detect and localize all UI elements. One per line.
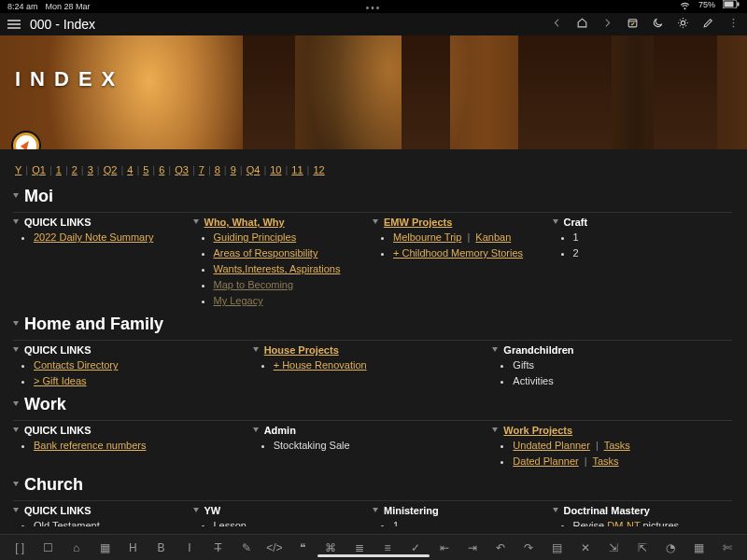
list-item[interactable]: Contacts Directory: [34, 357, 247, 373]
group-header: QUICK LINKS: [13, 505, 188, 516]
more-icon[interactable]: [727, 17, 740, 32]
fmt-image-icon[interactable]: ▦: [94, 541, 115, 554]
nav-1[interactable]: 1: [56, 164, 62, 175]
home-indicator[interactable]: [317, 554, 430, 557]
list-item[interactable]: + Childhood Memory Stories: [393, 245, 547, 261]
nav-9[interactable]: 9: [231, 164, 236, 175]
fmt-undo-icon[interactable]: ↶: [490, 541, 511, 554]
list-item: Lesson: [214, 518, 368, 526]
nav-12[interactable]: 12: [313, 164, 324, 175]
fmt-I-icon[interactable]: I: [179, 541, 200, 554]
fmt-timer-icon[interactable]: ◔: [660, 541, 681, 554]
list-item[interactable]: Undated Planner | Tasks: [513, 438, 726, 454]
fmt-code-icon[interactable]: </>: [264, 541, 285, 554]
fmt-check-icon[interactable]: ✓: [405, 541, 426, 554]
sun-icon[interactable]: [677, 17, 689, 32]
fmt-strike-icon[interactable]: T̶: [207, 541, 228, 554]
fmt-link-icon[interactable]: ⌘: [320, 541, 341, 554]
nav-Q3[interactable]: Q3: [175, 164, 189, 175]
forward-icon[interactable]: [601, 17, 613, 32]
fmt-redo-icon[interactable]: ↷: [518, 541, 539, 554]
group-header: YW: [193, 505, 368, 516]
nav-2[interactable]: 2: [72, 164, 78, 175]
fmt-indent-icon[interactable]: ⇤: [434, 541, 455, 554]
list-item[interactable]: Areas of Responsibility: [214, 245, 368, 261]
disclosure-icon[interactable]: [492, 427, 498, 432]
pencil-icon[interactable]: [702, 17, 714, 32]
fmt-collapse-icon[interactable]: ⇲: [603, 541, 624, 554]
fmt-B-icon[interactable]: B: [151, 541, 172, 554]
section-heading-home[interactable]: Home and Family: [13, 315, 732, 334]
nav-8[interactable]: 8: [215, 164, 220, 175]
disclosure-icon[interactable]: [553, 508, 558, 512]
fmt-ol-icon[interactable]: ≡: [377, 541, 398, 554]
list-item[interactable]: Wants,Interests, Aspirations: [214, 261, 368, 277]
list-item[interactable]: > Gift Ideas: [34, 373, 247, 389]
svg-rect-4: [628, 20, 637, 27]
calendar-icon[interactable]: [627, 17, 639, 32]
group-header: QUICK LINKS: [13, 425, 247, 436]
group-header[interactable]: EMW Projects: [373, 217, 547, 228]
list-item[interactable]: Guiding Principles: [214, 230, 368, 245]
disclosure-icon[interactable]: [193, 219, 199, 224]
fmt-scissors-icon[interactable]: ✄: [717, 541, 738, 554]
list-item[interactable]: Bank reference numbers: [34, 438, 247, 454]
fmt-brackets-icon[interactable]: [ ]: [9, 541, 30, 554]
disclosure-icon[interactable]: [13, 347, 19, 352]
section-heading-church[interactable]: Church: [13, 475, 732, 495]
disclosure-icon[interactable]: [13, 193, 19, 198]
list-item[interactable]: 2022 Daily Note Summary: [34, 230, 188, 245]
fmt-tools-icon[interactable]: ✕: [575, 541, 596, 554]
list-item[interactable]: + House Renovation: [274, 357, 487, 373]
back-icon[interactable]: [551, 17, 563, 32]
section-heading-work[interactable]: Work: [13, 395, 732, 414]
app-toolbar: 000 - Index: [0, 13, 747, 35]
document-title[interactable]: 000 - Index: [30, 17, 95, 32]
fmt-expand-icon[interactable]: ⇱: [632, 541, 653, 554]
list-item[interactable]: Melbourne Trip | Kanban: [393, 230, 547, 245]
nav-Q2[interactable]: Q2: [104, 164, 118, 175]
disclosure-icon[interactable]: [13, 508, 19, 512]
section-heading-moi[interactable]: Moi: [13, 187, 732, 206]
nav-10[interactable]: 10: [270, 164, 281, 175]
disclosure-icon[interactable]: [13, 482, 19, 486]
fmt-H-icon[interactable]: H: [122, 541, 143, 554]
disclosure-icon[interactable]: [193, 508, 199, 512]
nav-3[interactable]: 3: [88, 164, 93, 175]
disclosure-icon[interactable]: [373, 219, 378, 224]
fmt-tag-icon[interactable]: ⌂: [66, 541, 87, 554]
list-item[interactable]: Dated Planner | Tasks: [513, 454, 726, 469]
fmt-highlight-icon[interactable]: ✎: [236, 541, 257, 554]
moon-icon[interactable]: [652, 17, 664, 32]
battery-label: 75%: [698, 0, 715, 14]
disclosure-icon[interactable]: [373, 508, 378, 512]
fmt-calc-icon[interactable]: ▦: [688, 541, 709, 554]
fmt-quote-icon[interactable]: ❝: [292, 541, 313, 554]
nav-11[interactable]: 11: [291, 164, 303, 175]
disclosure-icon[interactable]: [13, 219, 19, 224]
nav-Q4[interactable]: Q4: [247, 164, 261, 175]
disclosure-icon[interactable]: [13, 401, 19, 406]
home-icon[interactable]: [576, 17, 588, 32]
group-header[interactable]: Who, What, Why: [193, 217, 368, 228]
nav-7[interactable]: 7: [199, 164, 204, 175]
group-header[interactable]: Work Projects: [492, 425, 726, 436]
fmt-note-icon[interactable]: ☐: [37, 541, 58, 554]
svg-rect-3: [738, 2, 740, 6]
nav-Q1[interactable]: Q1: [32, 164, 46, 175]
fmt-ul-icon[interactable]: ≣: [349, 541, 370, 554]
disclosure-icon[interactable]: [13, 427, 19, 432]
group-header[interactable]: House Projects: [253, 344, 487, 356]
disclosure-icon[interactable]: [253, 347, 259, 352]
multitask-indicator[interactable]: •••: [366, 3, 382, 13]
group-header: Ministering: [373, 505, 547, 516]
disclosure-icon[interactable]: [553, 219, 558, 224]
disclosure-icon[interactable]: [492, 347, 498, 352]
svg-point-6: [733, 19, 735, 21]
menu-icon[interactable]: [7, 18, 21, 32]
fmt-outdent-icon[interactable]: ⇥: [462, 541, 483, 554]
disclosure-icon[interactable]: [253, 427, 259, 432]
fmt-table-icon[interactable]: ▤: [547, 541, 568, 554]
disclosure-icon[interactable]: [13, 321, 19, 326]
list-item[interactable]: Revise DM-NT pictures: [573, 518, 727, 526]
